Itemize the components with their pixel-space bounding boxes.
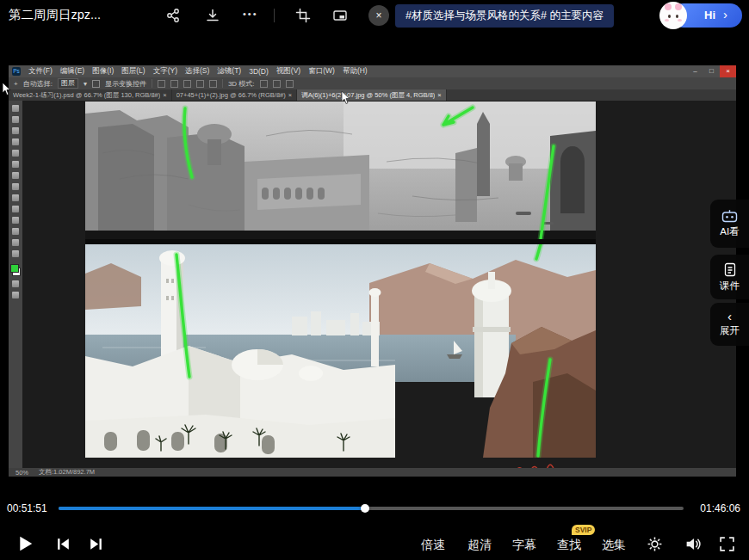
ps-menu-item: 编辑(E) xyxy=(60,66,84,77)
ps-menu-item: 窗口(W) xyxy=(308,66,335,77)
ps-menu-item: 滤镜(T) xyxy=(217,66,241,77)
window-close-icon: × xyxy=(720,65,736,77)
ps-tab-label: Week2-1-练习(1).psd @ 66.7% (图层 130, RGB/8… xyxy=(13,89,160,101)
toolbar-divider xyxy=(274,9,275,22)
ps-tool-icon xyxy=(12,206,19,212)
align-icon xyxy=(170,80,178,88)
minimize-icon: – xyxy=(687,65,703,77)
ps-tool-icon xyxy=(12,183,19,190)
next-button[interactable] xyxy=(88,536,104,552)
mode-icon xyxy=(260,80,268,88)
zoom-level: 50% xyxy=(15,469,28,477)
top-bar: 第二周周日zpz... ••• × #材质选择与场景风格的关系 xyxy=(0,0,749,31)
ps-tool-icon xyxy=(12,172,19,179)
ps-menu-item: 帮助(H) xyxy=(343,66,368,77)
episodes-button[interactable]: 选集 xyxy=(602,538,626,553)
side-ai-button[interactable]: AI看 xyxy=(710,200,749,248)
ps-menu-item: 图像(I) xyxy=(92,66,114,77)
video-frame[interactable]: Ps 文件(F) 编辑(E) 图像(I) 图层(L) 文字(Y) 选择(S) 滤… xyxy=(9,65,736,477)
ps-menu-item: 文件(F) xyxy=(28,66,53,77)
find-button[interactable]: 查找 xyxy=(557,538,581,553)
options-divider xyxy=(152,79,152,88)
chevron-right-icon: › xyxy=(723,7,727,22)
mascot-cheek xyxy=(665,19,669,22)
ps-menu-item: 视图(V) xyxy=(276,66,300,77)
auto-select-label: 自动选择: xyxy=(23,79,53,89)
foreground-color-swatch xyxy=(10,264,19,273)
ps-menu-item: 图层(L) xyxy=(121,66,145,77)
document-info: 文档:1.02M/892.7M xyxy=(39,468,95,477)
tab-close-icon: × xyxy=(163,89,166,101)
mascot-ear xyxy=(665,3,672,10)
mascot-avatar xyxy=(659,2,687,29)
mascot-cheek xyxy=(678,19,682,22)
mascot-eye xyxy=(668,15,671,18)
render-image xyxy=(85,244,596,458)
total-time: 01:46:06 xyxy=(700,502,740,514)
align-icon xyxy=(183,80,191,88)
ai-robot-icon xyxy=(721,209,738,223)
mode-label: 3D 模式: xyxy=(228,79,255,89)
play-button[interactable] xyxy=(17,535,34,552)
ps-tool-icon xyxy=(12,280,19,287)
volume-button[interactable] xyxy=(684,536,701,552)
mascot-ear xyxy=(675,3,682,10)
progress-bar[interactable] xyxy=(59,507,684,510)
topic-chip[interactable]: #材质选择与场景风格的关系# 的主要内容 xyxy=(395,4,614,28)
download-icon[interactable] xyxy=(205,8,220,23)
prev-button[interactable] xyxy=(55,536,71,552)
share-icon[interactable] xyxy=(165,8,181,23)
close-button[interactable]: × xyxy=(368,5,389,26)
more-button[interactable]: ••• xyxy=(243,9,258,19)
current-time: 00:51:51 xyxy=(7,502,47,514)
sketch-image xyxy=(85,102,596,239)
courseware-icon xyxy=(723,262,737,277)
chevron-left-icon: ‹ xyxy=(727,311,732,322)
side-expand-button[interactable]: ‹ 展开 xyxy=(710,303,749,346)
ps-menu-item: 3D(D) xyxy=(249,67,269,76)
ps-tool-icon xyxy=(12,217,19,224)
move-tool-icon: + xyxy=(14,80,18,88)
options-divider xyxy=(222,79,223,88)
mode-icon xyxy=(286,80,294,88)
quality-button[interactable]: 超清 xyxy=(467,538,492,553)
ps-menu-item: 文字(Y) xyxy=(153,66,177,77)
fullscreen-button[interactable] xyxy=(719,536,735,552)
ps-tool-icon xyxy=(12,138,19,145)
progress-thumb[interactable] xyxy=(361,504,369,513)
ps-tool-icon xyxy=(12,194,19,201)
progress-fill xyxy=(59,507,365,510)
side-courseware-button[interactable]: 课件 xyxy=(710,255,749,299)
ps-tool-icon xyxy=(12,250,19,257)
photoshop-logo-icon: Ps xyxy=(12,67,21,76)
maximize-icon: □ xyxy=(703,65,720,77)
ps-window-controls: – □ × xyxy=(687,65,736,77)
settings-button[interactable] xyxy=(647,536,663,552)
align-icon xyxy=(209,80,217,88)
screenshot-icon[interactable] xyxy=(295,8,311,23)
subtitle-button[interactable]: 字幕 xyxy=(512,538,536,553)
ps-tool-icon xyxy=(12,228,19,235)
svip-badge: SVIP xyxy=(572,525,595,535)
ps-tool-icon xyxy=(12,105,19,112)
ps-tool-icon xyxy=(12,239,19,246)
ps-tool-icon xyxy=(12,292,19,298)
red-scribble xyxy=(513,462,573,468)
ps-canvas xyxy=(22,101,736,468)
side-courseware-label: 课件 xyxy=(720,280,740,292)
ps-document-tabs: Week2-1-练习(1).psd @ 66.7% (图层 130, RGB/8… xyxy=(9,89,736,101)
auto-select-value: 图层 xyxy=(58,78,78,89)
cast-icon[interactable] xyxy=(332,8,348,23)
tab-close-icon: × xyxy=(437,89,441,101)
ps-tool-icon xyxy=(12,150,19,157)
color-swatches xyxy=(10,264,21,276)
align-icon xyxy=(158,80,165,88)
speed-button[interactable]: 倍速 xyxy=(421,538,445,553)
mode-icon xyxy=(273,80,281,88)
assistant-pill[interactable]: Hi › xyxy=(659,2,744,29)
align-icon xyxy=(196,80,204,88)
ps-tool-icon xyxy=(12,161,19,168)
ps-statusbar: 50% 文档:1.02M/892.7M xyxy=(9,468,736,477)
ps-tab-label: 调A(6)(1)+6(2)+07.jpg @ 50% (图层 4, RGB/8) xyxy=(301,89,435,101)
ps-menubar: Ps 文件(F) 编辑(E) 图像(I) 图层(L) 文字(Y) 选择(S) 滤… xyxy=(9,65,736,77)
